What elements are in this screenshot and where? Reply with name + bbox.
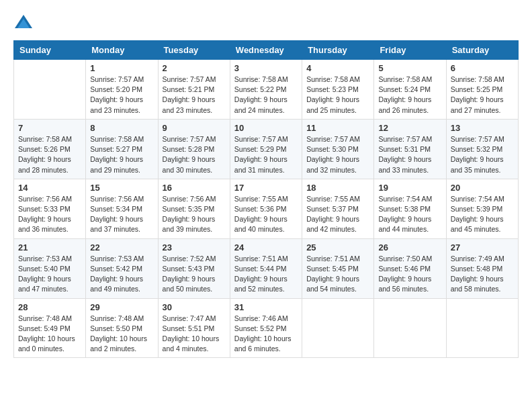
- calendar-cell: 21Sunrise: 7:53 AMSunset: 5:40 PMDayligh…: [14, 238, 86, 298]
- calendar-cell: 31Sunrise: 7:46 AMSunset: 5:52 PMDayligh…: [230, 298, 302, 358]
- calendar-cell: [302, 298, 374, 358]
- day-number: 4: [306, 63, 369, 73]
- calendar-cell: 18Sunrise: 7:55 AMSunset: 5:37 PMDayligh…: [302, 179, 374, 238]
- day-number: 18: [306, 183, 369, 193]
- day-info: Sunrise: 7:58 AMSunset: 5:24 PMDaylight:…: [378, 75, 441, 116]
- calendar-cell: 14Sunrise: 7:56 AMSunset: 5:33 PMDayligh…: [14, 179, 86, 238]
- day-number: 16: [163, 183, 226, 193]
- weekday-header-saturday: Saturday: [446, 41, 518, 60]
- day-number: 29: [90, 302, 153, 312]
- calendar-cell: 23Sunrise: 7:52 AMSunset: 5:43 PMDayligh…: [158, 238, 230, 298]
- calendar-cell: 3Sunrise: 7:58 AMSunset: 5:22 PMDaylight…: [230, 60, 302, 120]
- calendar-cell: [446, 298, 518, 358]
- day-info: Sunrise: 7:55 AMSunset: 5:37 PMDaylight:…: [306, 194, 369, 235]
- calendar-cell: 19Sunrise: 7:54 AMSunset: 5:38 PMDayligh…: [374, 179, 446, 238]
- day-info: Sunrise: 7:57 AMSunset: 5:20 PMDaylight:…: [90, 75, 153, 116]
- day-info: Sunrise: 7:57 AMSunset: 5:29 PMDaylight:…: [234, 134, 298, 175]
- day-info: Sunrise: 7:48 AMSunset: 5:49 PMDaylight:…: [18, 314, 81, 355]
- calendar-cell: 15Sunrise: 7:56 AMSunset: 5:34 PMDayligh…: [86, 179, 158, 238]
- day-info: Sunrise: 7:49 AMSunset: 5:48 PMDaylight:…: [451, 254, 514, 295]
- calendar-cell: 26Sunrise: 7:50 AMSunset: 5:46 PMDayligh…: [374, 238, 446, 298]
- calendar-cell: 17Sunrise: 7:55 AMSunset: 5:36 PMDayligh…: [230, 179, 302, 238]
- calendar-table: SundayMondayTuesdayWednesdayThursdayFrid…: [13, 40, 519, 358]
- logo-icon: [13, 13, 34, 34]
- page-header: [13, 13, 519, 34]
- day-number: 12: [378, 123, 441, 133]
- day-number: 15: [90, 183, 153, 193]
- day-number: 19: [378, 183, 441, 193]
- calendar-cell: 6Sunrise: 7:58 AMSunset: 5:25 PMDaylight…: [446, 60, 518, 120]
- calendar-cell: 29Sunrise: 7:48 AMSunset: 5:50 PMDayligh…: [86, 298, 158, 358]
- calendar-cell: 10Sunrise: 7:57 AMSunset: 5:29 PMDayligh…: [230, 119, 302, 179]
- weekday-header-friday: Friday: [374, 41, 446, 60]
- calendar-cell: 1Sunrise: 7:57 AMSunset: 5:20 PMDaylight…: [86, 60, 158, 120]
- day-info: Sunrise: 7:57 AMSunset: 5:32 PMDaylight:…: [451, 134, 514, 175]
- day-number: 5: [378, 63, 441, 73]
- day-info: Sunrise: 7:57 AMSunset: 5:31 PMDaylight:…: [378, 134, 441, 175]
- calendar-cell: 30Sunrise: 7:47 AMSunset: 5:51 PMDayligh…: [158, 298, 230, 358]
- calendar-cell: 22Sunrise: 7:53 AMSunset: 5:42 PMDayligh…: [86, 238, 158, 298]
- day-info: Sunrise: 7:58 AMSunset: 5:22 PMDaylight:…: [234, 75, 298, 116]
- day-info: Sunrise: 7:57 AMSunset: 5:30 PMDaylight:…: [306, 134, 369, 175]
- day-number: 10: [234, 123, 298, 133]
- calendar-week-row: 21Sunrise: 7:53 AMSunset: 5:40 PMDayligh…: [14, 238, 519, 298]
- day-info: Sunrise: 7:58 AMSunset: 5:23 PMDaylight:…: [306, 75, 369, 116]
- day-info: Sunrise: 7:57 AMSunset: 5:28 PMDaylight:…: [163, 134, 226, 175]
- logo: [13, 13, 36, 34]
- weekday-header-monday: Monday: [86, 41, 158, 60]
- calendar-cell: 2Sunrise: 7:57 AMSunset: 5:21 PMDaylight…: [158, 60, 230, 120]
- calendar-cell: [14, 60, 86, 120]
- day-number: 31: [234, 302, 298, 312]
- day-info: Sunrise: 7:58 AMSunset: 5:26 PMDaylight:…: [18, 134, 81, 175]
- day-number: 30: [163, 302, 226, 312]
- day-info: Sunrise: 7:51 AMSunset: 5:45 PMDaylight:…: [306, 254, 369, 295]
- weekday-header-sunday: Sunday: [14, 41, 86, 60]
- day-number: 1: [90, 63, 153, 73]
- day-info: Sunrise: 7:52 AMSunset: 5:43 PMDaylight:…: [163, 254, 226, 295]
- day-number: 20: [451, 183, 514, 193]
- calendar-week-row: 1Sunrise: 7:57 AMSunset: 5:20 PMDaylight…: [14, 60, 519, 120]
- day-number: 11: [306, 123, 369, 133]
- day-number: 26: [378, 242, 441, 253]
- day-number: 24: [234, 242, 298, 253]
- calendar-header-row: SundayMondayTuesdayWednesdayThursdayFrid…: [14, 41, 519, 60]
- calendar-cell: 27Sunrise: 7:49 AMSunset: 5:48 PMDayligh…: [446, 238, 518, 298]
- day-info: Sunrise: 7:48 AMSunset: 5:50 PMDaylight:…: [90, 314, 153, 355]
- calendar-cell: 5Sunrise: 7:58 AMSunset: 5:24 PMDaylight…: [374, 60, 446, 120]
- calendar-cell: 8Sunrise: 7:58 AMSunset: 5:27 PMDaylight…: [86, 119, 158, 179]
- calendar-week-row: 14Sunrise: 7:56 AMSunset: 5:33 PMDayligh…: [14, 179, 519, 238]
- day-number: 22: [90, 242, 153, 253]
- day-info: Sunrise: 7:57 AMSunset: 5:21 PMDaylight:…: [163, 75, 226, 116]
- day-info: Sunrise: 7:58 AMSunset: 5:27 PMDaylight:…: [90, 134, 153, 175]
- weekday-header-thursday: Thursday: [302, 41, 374, 60]
- day-number: 3: [234, 63, 298, 73]
- day-info: Sunrise: 7:58 AMSunset: 5:25 PMDaylight:…: [451, 75, 514, 116]
- weekday-header-wednesday: Wednesday: [230, 41, 302, 60]
- day-number: 17: [234, 183, 298, 193]
- weekday-header-tuesday: Tuesday: [158, 41, 230, 60]
- day-number: 2: [163, 63, 226, 73]
- day-info: Sunrise: 7:56 AMSunset: 5:34 PMDaylight:…: [90, 194, 153, 235]
- calendar-cell: 9Sunrise: 7:57 AMSunset: 5:28 PMDaylight…: [158, 119, 230, 179]
- day-info: Sunrise: 7:47 AMSunset: 5:51 PMDaylight:…: [163, 314, 226, 355]
- day-number: 9: [163, 123, 226, 133]
- day-info: Sunrise: 7:54 AMSunset: 5:38 PMDaylight:…: [378, 194, 441, 235]
- calendar-cell: 24Sunrise: 7:51 AMSunset: 5:44 PMDayligh…: [230, 238, 302, 298]
- day-info: Sunrise: 7:55 AMSunset: 5:36 PMDaylight:…: [234, 194, 298, 235]
- day-number: 7: [18, 123, 81, 133]
- day-info: Sunrise: 7:54 AMSunset: 5:39 PMDaylight:…: [451, 194, 514, 235]
- calendar-cell: 16Sunrise: 7:56 AMSunset: 5:35 PMDayligh…: [158, 179, 230, 238]
- calendar-cell: 11Sunrise: 7:57 AMSunset: 5:30 PMDayligh…: [302, 119, 374, 179]
- day-number: 27: [451, 242, 514, 253]
- day-number: 25: [306, 242, 369, 253]
- day-number: 28: [18, 302, 81, 312]
- day-info: Sunrise: 7:53 AMSunset: 5:40 PMDaylight:…: [18, 254, 81, 295]
- day-number: 23: [163, 242, 226, 253]
- day-info: Sunrise: 7:53 AMSunset: 5:42 PMDaylight:…: [90, 254, 153, 295]
- day-number: 8: [90, 123, 153, 133]
- day-info: Sunrise: 7:50 AMSunset: 5:46 PMDaylight:…: [378, 254, 441, 295]
- calendar-cell: 28Sunrise: 7:48 AMSunset: 5:49 PMDayligh…: [14, 298, 86, 358]
- day-number: 13: [451, 123, 514, 133]
- day-number: 6: [451, 63, 514, 73]
- calendar-week-row: 7Sunrise: 7:58 AMSunset: 5:26 PMDaylight…: [14, 119, 519, 179]
